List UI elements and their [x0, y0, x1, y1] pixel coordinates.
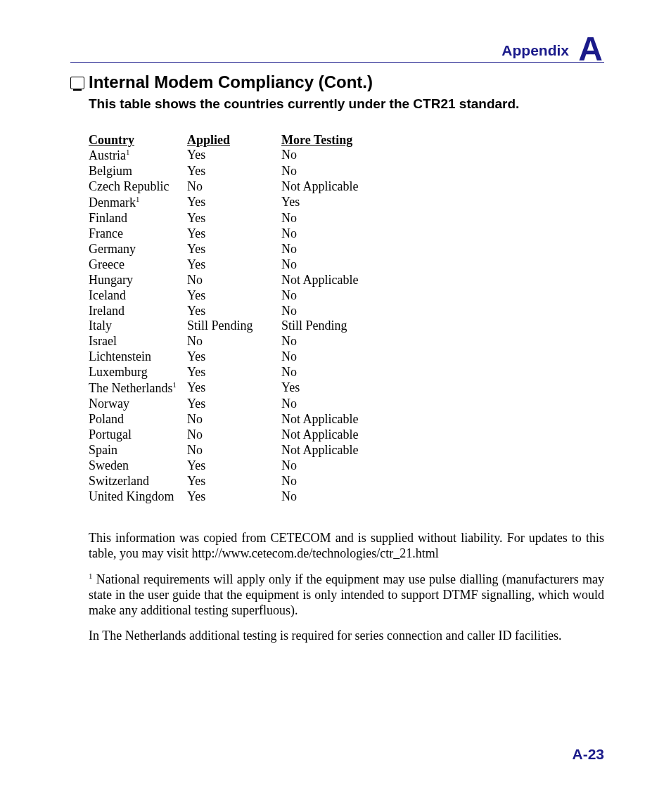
- cell-applied: No: [187, 443, 281, 458]
- cell-country: Czech Republic: [89, 179, 187, 195]
- table-row: GreeceYesNo: [89, 257, 358, 273]
- table-row: NorwayYesNo: [89, 397, 358, 412]
- section-title: Internal Modem Compliancy (Cont.): [70, 72, 604, 92]
- cell-applied: No: [187, 412, 281, 427]
- table-row: LichtensteinYesNo: [89, 349, 358, 365]
- table-row: IsraelNoNo: [89, 334, 358, 349]
- cell-applied: Yes: [187, 164, 281, 179]
- cell-applied: Yes: [187, 474, 281, 489]
- cell-country: Switzerland: [89, 474, 187, 489]
- cell-country: Norway: [89, 397, 187, 412]
- cell-applied: Yes: [187, 211, 281, 226]
- cell-applied: No: [187, 179, 281, 195]
- table-row: PortugalNoNot Applicable: [89, 427, 358, 443]
- table-row: BelgiumYesNo: [89, 164, 358, 179]
- cell-country: Israel: [89, 334, 187, 349]
- cell-more-testing: Still Pending: [281, 318, 358, 334]
- cell-applied: Yes: [187, 458, 281, 474]
- table-row: The Netherlands1YesYes: [89, 380, 358, 397]
- cell-country: Denmark1: [89, 195, 187, 211]
- footnote-marker: 1: [136, 195, 139, 203]
- appendix-letter: A: [578, 32, 603, 66]
- cell-applied: Still Pending: [187, 318, 281, 334]
- cell-applied: Yes: [187, 242, 281, 257]
- cell-country: The Netherlands1: [89, 380, 187, 397]
- cell-applied: No: [187, 334, 281, 349]
- cell-country: Finland: [89, 211, 187, 226]
- cell-more-testing: No: [281, 288, 358, 304]
- section-title-text: Internal Modem Compliancy (Cont.): [89, 72, 373, 92]
- cell-more-testing: No: [281, 334, 358, 349]
- table-row: United KingdomYesNo: [89, 489, 358, 505]
- table-row: Austria1YesNo: [89, 148, 358, 164]
- section-subtitle: This table shows the countries currently…: [89, 96, 604, 112]
- monitor-icon: [70, 77, 84, 89]
- paragraph-netherlands-note: In The Netherlands additional testing is…: [89, 628, 604, 643]
- cell-applied: Yes: [187, 365, 281, 380]
- cell-more-testing: No: [281, 226, 358, 242]
- cell-more-testing: No: [281, 242, 358, 257]
- cell-country: Lichtenstein: [89, 349, 187, 365]
- col-header-country: Country: [89, 133, 187, 148]
- cell-country: Ireland: [89, 304, 187, 319]
- cell-more-testing: No: [281, 148, 358, 164]
- cell-more-testing: No: [281, 349, 358, 365]
- header-rule: Appendix A: [70, 27, 604, 63]
- footnote-text: National requirements will apply only if…: [89, 572, 604, 618]
- footnote-marker: 1: [126, 148, 129, 156]
- table-row: SwedenYesNo: [89, 458, 358, 474]
- cell-more-testing: Yes: [281, 380, 358, 397]
- table-row: IrelandYesNo: [89, 304, 358, 319]
- cell-country: Luxemburg: [89, 365, 187, 380]
- table-row: GermanyYesNo: [89, 242, 358, 257]
- cell-applied: Yes: [187, 304, 281, 319]
- cell-more-testing: No: [281, 365, 358, 380]
- cell-applied: Yes: [187, 257, 281, 273]
- table-row: Denmark1YesYes: [89, 195, 358, 211]
- cell-more-testing: Yes: [281, 195, 358, 211]
- table-row: FranceYesNo: [89, 226, 358, 242]
- cell-applied: Yes: [187, 489, 281, 505]
- cell-more-testing: No: [281, 164, 358, 179]
- cell-country: France: [89, 226, 187, 242]
- cell-country: Iceland: [89, 288, 187, 304]
- cell-country: Italy: [89, 318, 187, 334]
- cell-more-testing: No: [281, 474, 358, 489]
- cell-more-testing: Not Applicable: [281, 427, 358, 443]
- cell-applied: Yes: [187, 397, 281, 412]
- table-row: ItalyStill PendingStill Pending: [89, 318, 358, 334]
- table-row: SwitzerlandYesNo: [89, 474, 358, 489]
- cell-country: Portugal: [89, 427, 187, 443]
- cell-more-testing: No: [281, 489, 358, 505]
- page-number: A-23: [572, 746, 604, 763]
- table-row: Czech RepublicNoNot Applicable: [89, 179, 358, 195]
- footnote-marker: 1: [172, 380, 176, 389]
- cell-more-testing: No: [281, 304, 358, 319]
- cell-applied: Yes: [187, 349, 281, 365]
- cell-more-testing: Not Applicable: [281, 412, 358, 427]
- table-row: FinlandYesNo: [89, 211, 358, 226]
- cell-more-testing: No: [281, 458, 358, 474]
- cell-country: Spain: [89, 443, 187, 458]
- cell-country: Germany: [89, 242, 187, 257]
- cell-more-testing: Not Applicable: [281, 273, 358, 288]
- table-row: SpainNoNot Applicable: [89, 443, 358, 458]
- cell-country: Sweden: [89, 458, 187, 474]
- table-row: IcelandYesNo: [89, 288, 358, 304]
- cell-country: Austria1: [89, 148, 187, 164]
- cell-applied: No: [187, 273, 281, 288]
- cell-more-testing: No: [281, 211, 358, 226]
- cell-country: Hungary: [89, 273, 187, 288]
- cell-applied: Yes: [187, 226, 281, 242]
- appendix-label: Appendix: [501, 42, 569, 59]
- cell-country: United Kingdom: [89, 489, 187, 505]
- table-row: PolandNoNot Applicable: [89, 412, 358, 427]
- cell-country: Greece: [89, 257, 187, 273]
- cell-applied: Yes: [187, 148, 281, 164]
- cell-country: Poland: [89, 412, 187, 427]
- table-row: LuxemburgYesNo: [89, 365, 358, 380]
- compliance-table: Country Applied More Testing Austria1Yes…: [89, 133, 358, 505]
- col-header-applied: Applied: [187, 133, 281, 148]
- table-row: HungaryNoNot Applicable: [89, 273, 358, 288]
- cell-more-testing: Not Applicable: [281, 443, 358, 458]
